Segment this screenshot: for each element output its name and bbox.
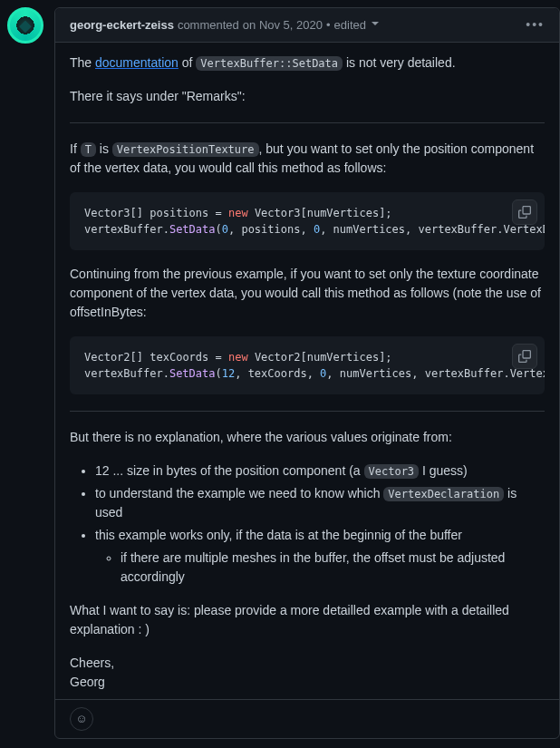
paragraph: There it says under "Remarks": [70, 87, 545, 106]
avatar[interactable] [7, 7, 43, 44]
divider [70, 122, 545, 123]
smiley-icon: ☺ [75, 710, 87, 728]
documentation-link[interactable]: documentation [95, 55, 179, 70]
code-content: Vector2[] texCoords = new Vector2[numVer… [84, 349, 530, 382]
text: 12 ... size in bytes of the position com… [95, 463, 364, 478]
comment-box: georg-eckert-zeiss commented on Nov 5, 2… [54, 7, 560, 739]
list-item: if there are multiple meshes in the buff… [121, 549, 545, 587]
list-item: 12 ... size in bytes of the position com… [95, 461, 545, 481]
text: Georg [70, 675, 105, 689]
text: If [70, 141, 81, 156]
edited-label[interactable]: edited [334, 16, 366, 34]
text: of [179, 55, 196, 70]
paragraph: The documentation of VertexBuffer::SetDa… [70, 53, 545, 73]
inline-code: Vector3 [364, 464, 420, 479]
copy-button[interactable] [512, 199, 537, 225]
text: this example works only, if the data is … [95, 528, 462, 542]
list-item: to understand the example we need to kno… [95, 484, 545, 522]
bullet-list: 12 ... size in bytes of the position com… [70, 461, 545, 587]
code-block: Vector3[] positions = new Vector3[numVer… [70, 192, 545, 250]
timestamp-link[interactable]: on Nov 5, 2020 [243, 16, 323, 34]
paragraph: If T is VertexPositionTexture, but you w… [70, 140, 545, 178]
code-block: Vector2[] texCoords = new Vector2[numVer… [70, 336, 545, 394]
text: to understand the example we need to kno… [95, 486, 383, 500]
code-content: Vector3[] positions = new Vector3[numVer… [84, 205, 530, 238]
more-actions-button[interactable]: ••• [526, 15, 545, 34]
comment-header: georg-eckert-zeiss commented on Nov 5, 2… [55, 8, 559, 43]
inline-code: VertexPositionTexture [112, 142, 259, 157]
comment-container: georg-eckert-zeiss commented on Nov 5, 2… [0, 0, 560, 739]
text: Cheers, [70, 656, 114, 670]
copy-icon [518, 206, 531, 219]
copy-icon [518, 350, 531, 363]
text: I guess) [419, 463, 468, 478]
add-reaction-button[interactable]: ☺ [70, 707, 93, 731]
text: is [96, 141, 112, 156]
header-action: commented [178, 16, 239, 34]
dot-separator: • [326, 16, 331, 34]
copy-button[interactable] [512, 344, 537, 369]
paragraph: Cheers, Georg [70, 654, 545, 692]
paragraph: But there is no explanation, where the v… [70, 428, 545, 447]
chevron-down-icon[interactable] [372, 22, 379, 29]
divider [70, 411, 545, 412]
comment-body: The documentation of VertexBuffer::SetDa… [55, 43, 559, 699]
list-item: this example works only, if the data is … [95, 526, 545, 587]
inline-code: VertexBuffer::SetData [196, 56, 343, 71]
reaction-bar: ☺ [55, 699, 559, 738]
inline-code: T [81, 142, 96, 157]
text: is not very detailed. [343, 55, 456, 70]
inline-code: VertexDeclaration [383, 487, 504, 501]
paragraph: What I want to say is: please provide a … [70, 601, 545, 639]
author-link[interactable]: georg-eckert-zeiss [70, 16, 174, 34]
text: The [70, 55, 95, 70]
paragraph: Continuing from the previous example, if… [70, 265, 545, 322]
